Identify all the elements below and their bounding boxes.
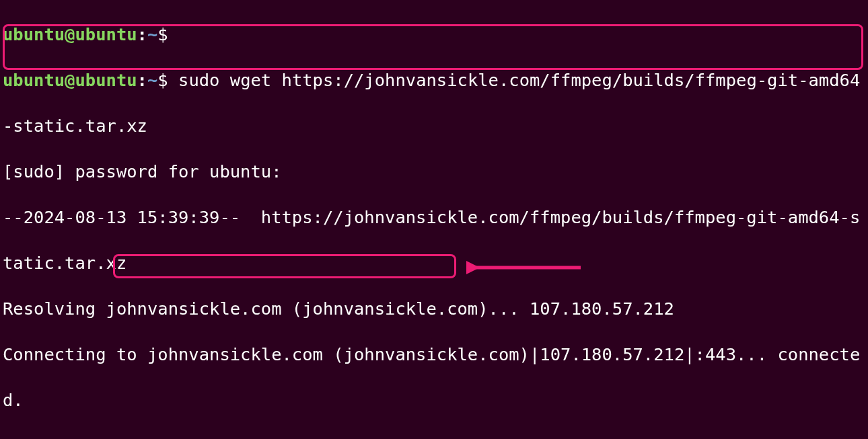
output-line: [sudo] password for ubuntu: (3, 160, 865, 183)
command-line-1: ubuntu@ubuntu:~$ sudo wget https://johnv… (3, 69, 865, 91)
prompt-path: ~ (147, 70, 157, 90)
output-line: Connecting to johnvansickle.com (johnvan… (3, 343, 865, 366)
prompt-user: ubuntu@ubuntu (3, 70, 137, 90)
output-line: d. (3, 389, 865, 411)
command-text-1b: sudo wget https://johnvansickle.com/ffmp… (178, 70, 860, 90)
prompt-path: ~ (147, 24, 157, 44)
prompt-sep: : (137, 24, 147, 44)
prompt-sigil: $ (157, 70, 168, 90)
terminal-output[interactable]: ubuntu@ubuntu:~$ ubuntu@ubuntu:~$ sudo w… (3, 0, 865, 439)
command-line-2: -static.tar.xz (3, 114, 865, 137)
command-text-1 (168, 70, 178, 90)
prompt-user: ubuntu@ubuntu (3, 24, 137, 44)
prompt-sigil: $ (157, 24, 168, 44)
prompt-sep: : (137, 70, 147, 90)
output-line: tatic.tar.xz (3, 251, 865, 274)
output-line: --2024-08-13 15:39:39-- https://johnvans… (3, 206, 865, 229)
prompt-line-empty: ubuntu@ubuntu:~$ (3, 23, 865, 46)
output-line: HTTP request sent, awaiting response... … (3, 434, 865, 439)
output-line: Resolving johnvansickle.com (johnvansick… (3, 297, 865, 320)
